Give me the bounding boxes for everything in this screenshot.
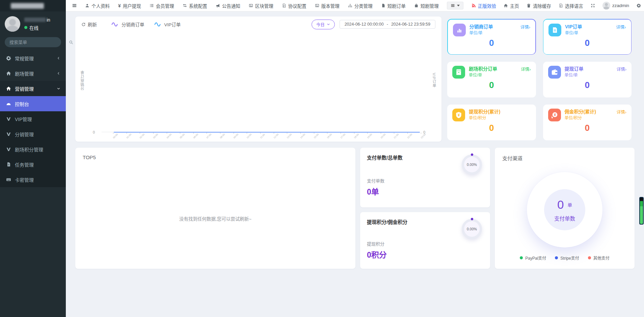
sidebar-item-theater-points[interactable]: 剧场积分管理 <box>0 142 66 157</box>
topnav-homepage[interactable]: 主页 <box>504 2 519 9</box>
legend-paypal[interactable]: PayPal支付 <box>520 255 546 261</box>
x-tick: 13:00 <box>287 133 287 141</box>
scrollbar-thumb[interactable] <box>639 197 644 225</box>
file-icon <box>6 162 11 167</box>
detail-link[interactable]: 详情› <box>617 66 626 72</box>
x-tick: 17:00 <box>341 133 341 141</box>
vimeo-v-icon <box>6 147 11 152</box>
x-tick: 11:00 <box>260 133 261 141</box>
topnav-label: 公告通知 <box>222 2 240 9</box>
user-menu[interactable]: zzadmin <box>602 2 629 9</box>
sidebar-item-label: 控制台 <box>15 100 29 107</box>
home-icon <box>504 3 508 8</box>
topnav-profile[interactable]: 个人资料 <box>85 2 110 9</box>
online-status-dot <box>24 26 27 29</box>
topnav-agreements[interactable]: 协议配置 <box>282 2 306 9</box>
stat-title: 剧场积分订单 <box>469 66 497 72</box>
topnav-license-verify[interactable]: 正版效验 <box>472 2 496 9</box>
topnav-user-withdraw[interactable]: ¥用户提现 <box>118 2 141 9</box>
sidebar-item-vip[interactable]: VIP管理 <box>0 111 66 126</box>
topnav-language[interactable]: 选择语言 <box>559 2 583 9</box>
date-range-picker[interactable]: 2024-06-12 00:00:00 - 2024-06-12 23:59:5… <box>340 20 435 29</box>
stat-unit: 单位/积分 <box>469 115 500 120</box>
x-tick: 01:00 <box>127 133 127 141</box>
settings-button[interactable] <box>637 3 641 8</box>
sidebar-submenu: 控制台 VIP管理 分销管理 剧场积分管理 任务管理 <box>0 96 66 187</box>
sidebar-search-input[interactable] <box>9 40 69 45</box>
legend-label: 其他支付 <box>593 255 610 261</box>
legend-distributor-orders[interactable]: 分销商订单 <box>111 21 144 28</box>
detail-link[interactable]: 详情› <box>520 24 530 30</box>
topbar-username: zzadmin <box>612 3 629 8</box>
search-icon <box>69 40 73 45</box>
detail-link[interactable]: 详情› <box>617 109 626 115</box>
sidebar-toggle-button[interactable] <box>72 3 77 8</box>
dashboard-icon <box>6 101 11 106</box>
detail-link[interactable]: 详情› <box>616 24 626 30</box>
stat-card-theater-point-orders[interactable]: 剧场积分订单 单位/单 详情› 0 <box>447 62 536 97</box>
user-name-suffix: in <box>47 17 50 23</box>
topnav-members[interactable]: 会员管理 <box>150 2 174 9</box>
sidebar-item-label: 剧场管理 <box>15 70 34 77</box>
topnav-announcements[interactable]: 公告通知 <box>216 2 240 9</box>
pay-count-card: 支付单数/总单数 0.00% 支付单数 0单 <box>360 148 490 207</box>
topnav: 个人资料 ¥用户提现 会员管理 系统配置 公告通知 区块管理 协议配置 版本管理… <box>85 2 439 9</box>
topnav-drama-manage[interactable]: 短剧管理 <box>414 2 439 9</box>
detail-link[interactable]: 详情› <box>521 66 531 72</box>
sidebar-item-label: 营销管理 <box>15 85 34 92</box>
topnav-categories[interactable]: 分类管理 <box>348 2 373 9</box>
main-content: 刷新 分销商订单 VIP订单 今日 <box>66 11 644 317</box>
topnav-label: 个人资料 <box>91 2 110 9</box>
topnav-system-config[interactable]: 系统配置 <box>183 2 207 9</box>
topnav-versions[interactable]: 版本管理 <box>315 2 340 9</box>
legend-vip-orders[interactable]: VIP订单 <box>154 21 181 28</box>
refresh-button[interactable]: 刷新 <box>81 21 97 28</box>
stat-card-commission-points[interactable]: 佣金积分(累计) 单位/积分 详情› 0 <box>543 105 632 140</box>
stat-card-distributor-orders[interactable]: 分销商订单 单位/单 详情› 0 <box>447 19 536 55</box>
more-menu-button[interactable] <box>447 2 463 9</box>
x-tick: 02:00 <box>140 133 140 141</box>
exchange-icon <box>183 3 187 8</box>
topnav-label: 版本管理 <box>321 2 340 9</box>
date-separator: - <box>387 22 388 27</box>
sidebar-item-general[interactable]: 常规管理 <box>0 51 66 66</box>
sidebar-item-marketing[interactable]: 营销管理 <box>0 81 66 96</box>
sidebar-item-label: 常规管理 <box>15 55 34 62</box>
legend-stripe[interactable]: Stripe支付 <box>555 255 579 261</box>
stat-card-vip-orders[interactable]: VIP订单 单位/单 详情› 0 <box>543 19 632 55</box>
sidebar-item-distribution[interactable]: 分销管理 <box>0 126 66 142</box>
sidebar-item-dashboard[interactable]: 控制台 <box>0 96 66 111</box>
topnav-blocks[interactable]: 区块管理 <box>249 2 273 9</box>
online-status-label: 在线 <box>29 24 38 31</box>
donut-center-unit: 单 <box>567 201 572 208</box>
rss-icon <box>472 3 476 8</box>
legend-other[interactable]: 其他支付 <box>588 255 610 261</box>
topnav-drama-orders[interactable]: 短剧订单 <box>381 2 406 9</box>
topnav-label: 会员管理 <box>156 2 174 9</box>
stat-card-withdraw-orders[interactable]: 提现订单 单位/单 详情› 0 <box>543 62 632 97</box>
sidebar-item-theater[interactable]: 剧场管理 <box>0 66 66 81</box>
stat-unit: 单位/单 <box>469 72 497 78</box>
user-avatar[interactable] <box>5 16 20 32</box>
sidebar-item-label: 卡密管理 <box>15 176 34 183</box>
vimeo-v-icon <box>6 116 11 121</box>
pay-card-value: 0单 <box>367 185 379 197</box>
topnav-label: 短剧管理 <box>421 2 439 9</box>
sidebar-item-card-keys[interactable]: 卡密管理 <box>0 172 66 187</box>
top5-title: TOP5 <box>75 148 355 160</box>
home-icon <box>6 71 11 76</box>
topnav-clear-cache[interactable]: 清除缓存 <box>527 2 551 9</box>
x-tick: 23:00 <box>421 133 421 141</box>
date-range-preset-button[interactable]: 今日 <box>312 20 335 29</box>
gauge-percent: 0.00% <box>467 163 477 167</box>
stat-card-withdraw-points[interactable]: 提现积分(累计) 单位/积分 0 <box>447 105 536 140</box>
x-axis-tick-row: 00:0001:0002:0003:0004:0005:0006:0007:00… <box>113 133 421 141</box>
fullscreen-button[interactable] <box>591 3 595 8</box>
package-icon <box>452 66 465 79</box>
empty-state-text: 没有找到任何数据,您可以尝试刷新~ <box>75 215 355 222</box>
sidebar-search[interactable] <box>5 37 61 47</box>
sidebar-logo[interactable] <box>0 0 66 11</box>
top5-card: TOP5 没有找到任何数据,您可以尝试刷新~ <box>75 148 355 269</box>
stat-title: 提现积分(累计) <box>469 109 500 115</box>
sidebar-item-tasks[interactable]: 任务管理 <box>0 157 66 172</box>
